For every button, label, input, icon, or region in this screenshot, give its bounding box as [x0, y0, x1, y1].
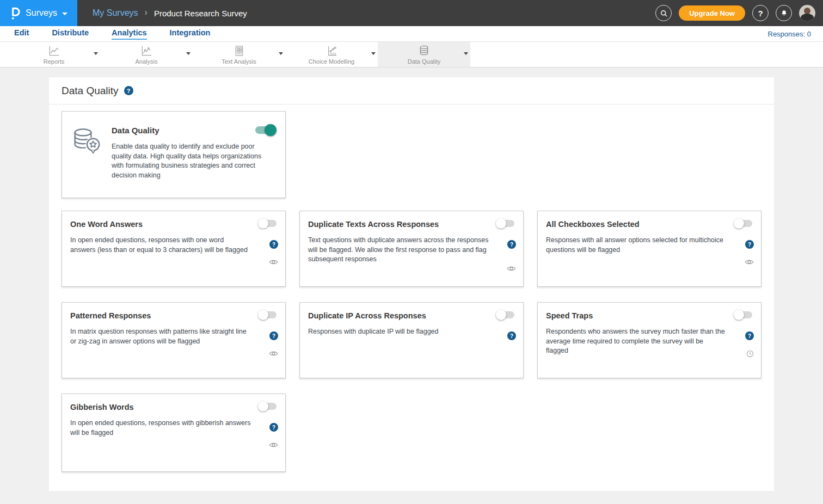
user-avatar[interactable]	[799, 5, 815, 21]
card-all-checkboxes-selected: All Checkboxes Selected Responses with a…	[537, 211, 761, 287]
chevron-down-icon	[62, 13, 67, 15]
bell-icon	[780, 9, 788, 17]
dot-chart-icon	[325, 45, 338, 57]
question-mark-icon: ?	[758, 9, 763, 18]
toolbar-item-text-analysis[interactable]: Text Analysis	[193, 42, 285, 67]
responses-count: Responses: 0	[768, 30, 823, 38]
help-icon[interactable]: ?	[507, 240, 516, 249]
eye-icon[interactable]	[745, 259, 754, 266]
card-title: Duplicate Texts Across Responses	[308, 220, 515, 229]
chevron-right-icon: ›	[145, 8, 148, 17]
card-description: In open ended questions, responses with …	[70, 419, 277, 438]
card-duplicate-texts: Duplicate Texts Across Responses Text qu…	[299, 211, 524, 287]
panel-body: Data Quality Enable data quality to iden…	[49, 105, 774, 491]
card-title: Gibberish Words	[70, 403, 277, 411]
app-logo[interactable]: Surveys	[0, 0, 77, 26]
card-title: Duplicate IP Across Responses	[308, 311, 515, 320]
card-one-word-answers: One Word Answers In open ended questions…	[62, 211, 286, 287]
card-patterned-responses: Patterned Responses In matrix question r…	[62, 302, 286, 378]
search-button[interactable]	[655, 5, 672, 21]
card-title: All Checkboxes Selected	[546, 220, 753, 229]
tab-analytics[interactable]: Analytics	[100, 26, 158, 41]
card-description: In open ended questions, responses with …	[70, 236, 277, 255]
survey-nav-tabs: Edit Distribute Analytics Integration Re…	[0, 26, 823, 42]
scatter-chart-icon	[140, 45, 153, 57]
top-bar: Surveys My Surveys › Product Research Su…	[0, 0, 823, 26]
rule-toggle[interactable]	[497, 311, 514, 318]
eye-icon[interactable]	[269, 259, 278, 266]
toolbar-item-choice-modelling[interactable]: Choice Modelling	[285, 42, 378, 67]
upgrade-now-button[interactable]: Upgrade Now	[679, 5, 745, 21]
chevron-down-icon[interactable]	[279, 52, 283, 55]
clock-icon[interactable]	[746, 350, 754, 358]
section-header: Data Quality ?	[49, 77, 774, 105]
tab-integration[interactable]: Integration	[158, 26, 222, 41]
eye-icon[interactable]	[269, 350, 278, 357]
help-icon[interactable]: ?	[745, 331, 754, 340]
rule-cards-grid: One Word Answers In open ended questions…	[62, 211, 761, 472]
card-description: Enable data quality to identify and excl…	[112, 142, 269, 180]
eye-icon[interactable]	[269, 441, 278, 448]
rule-toggle[interactable]	[735, 311, 752, 318]
chevron-down-icon[interactable]	[371, 52, 376, 55]
database-award-icon	[71, 127, 102, 158]
card-description: Responses with duplicate IP will be flag…	[308, 327, 515, 337]
help-icon[interactable]: ?	[507, 331, 516, 340]
rule-toggle[interactable]	[735, 220, 752, 227]
card-description: Respondents who answers the survey much …	[546, 327, 753, 356]
data-quality-panel: Data Quality ? Data	[49, 77, 774, 491]
notifications-button[interactable]	[776, 5, 792, 21]
chevron-down-icon[interactable]	[94, 52, 98, 55]
tab-distribute[interactable]: Distribute	[40, 26, 100, 41]
eye-icon[interactable]	[507, 265, 516, 272]
breadcrumb-current-survey: Product Research Survey	[154, 9, 247, 18]
help-icon[interactable]: ?	[124, 86, 133, 95]
help-icon[interactable]: ?	[269, 423, 278, 432]
card-duplicate-ip: Duplicate IP Across Responses Responses …	[299, 302, 524, 378]
card-title: Data Quality	[112, 126, 269, 135]
document-icon	[232, 45, 245, 57]
chevron-down-icon[interactable]	[464, 52, 468, 55]
toolbar-item-analysis[interactable]: Analysis	[100, 42, 193, 67]
tab-edit[interactable]: Edit	[0, 26, 40, 41]
rule-toggle[interactable]	[497, 220, 514, 227]
card-gibberish-words: Gibberish Words In open ended questions,…	[62, 394, 286, 472]
page-title: Data Quality	[62, 85, 119, 97]
card-title: Speed Traps	[546, 311, 753, 320]
search-icon	[660, 9, 668, 17]
toolbar-item-data-quality[interactable]: Data Quality	[378, 42, 470, 67]
card-description: Responses with all answer options select…	[546, 236, 753, 255]
card-description: Text questions with duplicate answers ac…	[308, 236, 515, 265]
top-bar-actions: Upgrade Now ?	[655, 5, 823, 21]
product-switcher-label: Surveys	[26, 8, 57, 18]
card-speed-traps: Speed Traps Respondents who answers the …	[537, 302, 761, 378]
breadcrumb: My Surveys › Product Research Survey	[93, 8, 247, 18]
help-icon[interactable]: ?	[269, 240, 278, 249]
questionpro-logo-icon	[10, 6, 21, 20]
chevron-down-icon[interactable]	[186, 52, 191, 55]
line-chart-icon	[47, 45, 60, 57]
rule-toggle[interactable]	[259, 311, 277, 318]
card-title: Patterned Responses	[70, 311, 277, 320]
help-icon[interactable]: ?	[745, 240, 754, 249]
breadcrumb-my-surveys[interactable]: My Surveys	[93, 8, 138, 18]
rule-toggle[interactable]	[259, 220, 277, 227]
help-icon[interactable]: ?	[269, 331, 278, 340]
database-icon	[417, 45, 431, 57]
card-title: One Word Answers	[70, 220, 277, 229]
toolbar-item-reports[interactable]: Reports	[8, 42, 100, 67]
help-button[interactable]: ?	[752, 5, 769, 21]
rule-toggle[interactable]	[259, 403, 277, 410]
data-quality-master-card: Data Quality Enable data quality to iden…	[62, 111, 286, 198]
analytics-toolbar: Reports Analysis Text Analysis Choice Mo…	[0, 42, 823, 67]
card-description: In matrix question responses with patter…	[70, 327, 277, 346]
